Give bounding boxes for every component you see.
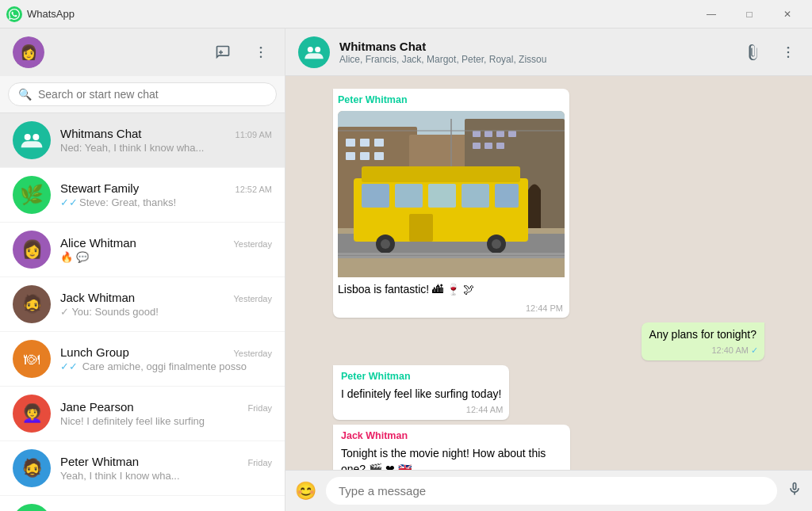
more-options-button[interactable]: [777, 41, 799, 63]
chat-item-jane[interactable]: 👩‍🦱 Jane Pearson Friday Nice! I definite…: [0, 387, 285, 441]
chat-time-peter: Friday: [247, 458, 272, 467]
svg-rect-22: [485, 131, 492, 137]
chat-time-jane: Friday: [247, 403, 272, 413]
search-input[interactable]: [38, 88, 266, 101]
user-avatar[interactable]: 👩: [13, 36, 44, 68]
svg-rect-17: [374, 139, 384, 147]
chat-avatar-stewart2: 🌿: [13, 504, 51, 511]
input-bar: 😊: [285, 470, 812, 511]
svg-rect-34: [428, 184, 456, 208]
new-chat-button[interactable]: [212, 41, 234, 63]
mic-button[interactable]: [787, 481, 802, 501]
window-controls: — □ ✕: [693, 2, 806, 26]
message-time-plans: 12:40 AM ✓: [711, 345, 758, 357]
message-text-movie: Tonight is the movie night! How about th…: [341, 447, 546, 470]
sender-name-peter2: Peter Whitman: [341, 370, 501, 384]
chat-name-jane: Jane Pearson: [60, 400, 134, 414]
svg-point-7: [787, 46, 790, 48]
chat-avatar-alice: 👩: [13, 231, 51, 269]
chat-name-stewart: Stewart Family: [60, 181, 139, 195]
svg-rect-20: [374, 152, 384, 160]
svg-point-4: [33, 134, 39, 140]
search-inner: 🔍: [8, 82, 277, 106]
right-header: Whitmans Chat Alice, Francis, Jack, Marg…: [285, 29, 812, 76]
svg-rect-24: [508, 131, 516, 137]
chat-time-jack: Yesterday: [233, 294, 272, 303]
chat-info-jane: Jane Pearson Friday Nice! I definitely f…: [60, 400, 272, 427]
message-jack-movie: Jack Whitman Tonight is the movie night!…: [333, 425, 570, 470]
tram-image: [338, 111, 565, 277]
svg-point-0: [260, 47, 262, 49]
maximize-button[interactable]: □: [731, 2, 768, 26]
chat-avatar-peter: 🧔: [13, 449, 51, 487]
right-header-icons: [742, 41, 799, 63]
svg-point-5: [308, 47, 313, 52]
app-title: WhatsApp: [27, 8, 75, 20]
sender-name-peter: Peter Whitman: [338, 93, 565, 108]
chat-preview-whitmans: Ned: Yeah, I think I know wha...: [60, 142, 272, 154]
svg-rect-36: [495, 184, 519, 208]
search-bar: 🔍: [0, 76, 285, 113]
chat-preview-jack: ✓ You: Sounds good!: [60, 306, 272, 318]
chat-item-alice[interactable]: 👩 Alice Whitman Yesterday 🔥 💬: [0, 223, 285, 277]
sender-name-jack: Jack Whitman: [341, 429, 562, 444]
svg-rect-21: [473, 131, 481, 137]
message-input[interactable]: [326, 477, 777, 505]
titlebar-left: WhatsApp: [6, 6, 75, 22]
chat-item-stewart2[interactable]: 🌿 Stewart Family Friday Steve: Great, th…: [0, 496, 285, 511]
message-text-surfing: I definitely feel like surfing today!: [341, 387, 501, 400]
close-button[interactable]: ✕: [769, 2, 806, 26]
chat-item-lunch[interactable]: 🍽 Lunch Group Yesterday ✓✓ Care amiche, …: [0, 332, 285, 387]
svg-rect-32: [362, 184, 389, 208]
attach-button[interactable]: [742, 41, 764, 63]
chat-item-whitmans[interactable]: Whitmans Chat 11:09 AM Ned: Yeah, I thin…: [0, 113, 285, 168]
chat-info-alice: Alice Whitman Yesterday 🔥 💬: [60, 236, 272, 263]
chat-item-jack[interactable]: 🧔 Jack Whitman Yesterday ✓ You: Sounds g…: [0, 277, 285, 332]
message-time-peter-image: 12:44 PM: [526, 303, 563, 315]
svg-rect-16: [360, 139, 370, 147]
chat-name-jack: Jack Whitman: [60, 291, 135, 304]
svg-point-3: [25, 134, 31, 140]
chat-item-stewart[interactable]: 🌿 Stewart Family 12:52 AM ✓✓Steve: Great…: [0, 168, 285, 223]
chat-name-peter: Peter Whitman: [60, 455, 139, 468]
main-layout: 👩 🔍: [0, 29, 812, 511]
minimize-button[interactable]: —: [693, 2, 730, 26]
svg-point-8: [787, 51, 790, 53]
emoji-button[interactable]: 😊: [295, 481, 316, 501]
chat-avatar-stewart: 🌿: [13, 176, 51, 214]
svg-rect-15: [346, 139, 355, 147]
chat-name-whitmans: Whitmans Chat: [60, 127, 142, 140]
svg-rect-25: [473, 143, 481, 149]
chat-info-lunch: Lunch Group Yesterday ✓✓ Care amiche, og…: [60, 345, 272, 372]
search-icon: 🔍: [18, 88, 32, 101]
chat-time-whitmans: 11:09 AM: [236, 130, 272, 139]
chat-avatar-jane: 👩‍🦱: [13, 395, 51, 433]
chat-time-stewart: 12:52 AM: [236, 185, 272, 194]
svg-rect-23: [496, 131, 504, 137]
right-chat-avatar[interactable]: [298, 36, 330, 68]
svg-rect-33: [395, 184, 423, 208]
chat-avatar-whitmans: [13, 121, 51, 159]
svg-rect-27: [496, 143, 504, 149]
chat-info-jack: Jack Whitman Yesterday ✓ You: Sounds goo…: [60, 291, 272, 318]
chat-info-whitmans: Whitmans Chat 11:09 AM Ned: Yeah, I thin…: [60, 127, 272, 154]
left-header: 👩: [0, 29, 285, 76]
message-time-surfing: 12:44 AM: [466, 404, 503, 416]
messages-area: Peter Whitman: [285, 76, 812, 470]
svg-rect-31: [362, 166, 520, 182]
svg-rect-43: [338, 256, 565, 258]
svg-point-9: [787, 55, 790, 58]
message-text-peter-image: Lisboa is fantastic! 🏙 🍷 🕊: [338, 283, 474, 296]
chat-preview-lunch: ✓✓ Care amiche, oggi finalmente posso: [60, 360, 272, 372]
svg-point-39: [381, 239, 390, 249]
left-panel: 👩 🔍: [0, 29, 285, 511]
right-chat-info[interactable]: Whitmans Chat Alice, Francis, Jack, Marg…: [339, 40, 733, 65]
message-text-plans: Any plans for tonight?: [649, 328, 756, 341]
svg-rect-37: [409, 214, 433, 242]
menu-button[interactable]: [250, 41, 272, 63]
tram-svg: [338, 111, 565, 277]
chat-item-peter[interactable]: 🧔 Peter Whitman Friday Yeah, I think I k…: [0, 441, 285, 496]
svg-point-6: [315, 47, 320, 52]
svg-rect-19: [360, 152, 370, 160]
chat-info-stewart: Stewart Family 12:52 AM ✓✓Steve: Great, …: [60, 181, 272, 208]
